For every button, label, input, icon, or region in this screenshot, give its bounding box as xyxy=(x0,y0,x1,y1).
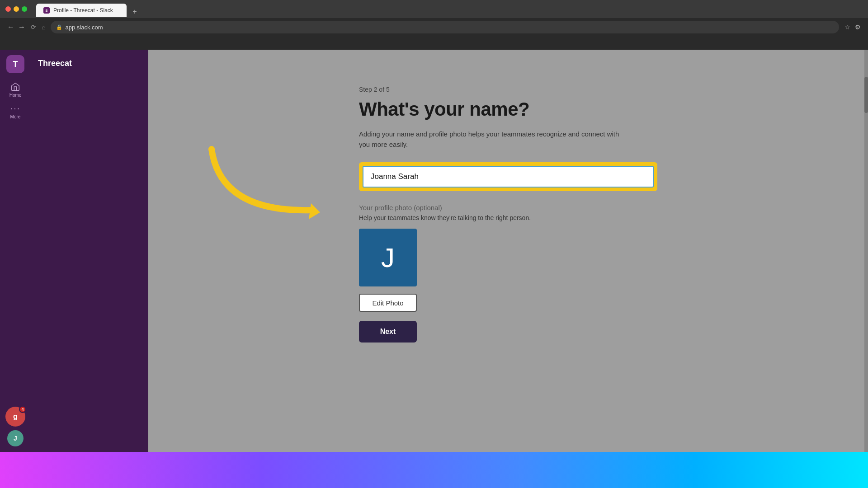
nav-arrows: ← → xyxy=(7,23,25,31)
star-icon[interactable]: ☆ xyxy=(844,23,850,31)
traffic-lights xyxy=(5,6,27,12)
minimize-button[interactable] xyxy=(14,6,19,12)
nav-bar: ← → ⟳ ⌂ 🔒 app.slack.com ☆ ⚙ xyxy=(0,18,868,36)
name-input-wrapper xyxy=(359,162,657,191)
scrollbar[interactable] xyxy=(864,50,868,452)
home-button[interactable]: ⌂ xyxy=(42,23,45,31)
workspace-avatar[interactable]: T xyxy=(6,55,24,73)
next-button[interactable]: Next xyxy=(359,321,417,343)
active-tab[interactable]: S Profile - Threecat - Slack xyxy=(36,4,127,17)
scrollbar-thumb[interactable] xyxy=(864,77,868,113)
address-bar[interactable]: 🔒 app.slack.com xyxy=(51,21,839,33)
home-icon-button[interactable]: Home xyxy=(6,80,24,99)
browser-chrome: S Profile - Threecat - Slack + ← → ⟳ ⌂ 🔒… xyxy=(0,0,868,50)
name-input[interactable] xyxy=(363,166,654,188)
avatar-letter: J xyxy=(381,242,395,273)
sidebar-main: Threecat xyxy=(31,50,148,452)
app-container: T Home ··· More g 4 J Threecat xyxy=(0,50,868,452)
tab-title: Profile - Threecat - Slack xyxy=(53,7,113,14)
form-container: Step 2 of 5 What's your name? Adding you… xyxy=(359,77,657,352)
main-content: Step 2 of 5 What's your name? Adding you… xyxy=(148,50,868,452)
notification-badge-wrapper: g 4 xyxy=(5,407,25,427)
user-avatar[interactable]: J xyxy=(7,430,24,446)
workspace-name: Threecat xyxy=(38,59,141,68)
back-button[interactable]: ← xyxy=(7,23,14,31)
lock-icon: 🔒 xyxy=(56,24,62,30)
page-description: Adding your name and profile photo helps… xyxy=(359,129,630,150)
profile-photo-label: Your profile photo (optional) xyxy=(359,204,657,211)
new-tab-button[interactable]: + xyxy=(128,6,141,17)
forward-button[interactable]: → xyxy=(18,23,25,31)
edit-photo-button[interactable]: Edit Photo xyxy=(359,294,417,312)
slack-favicon: S xyxy=(43,7,50,14)
more-label: More xyxy=(10,114,21,119)
sidebar-bottom: g 4 J xyxy=(5,407,25,446)
extensions-icon[interactable]: ⚙ xyxy=(855,23,861,31)
refresh-button[interactable]: ⟳ xyxy=(31,23,36,31)
home-label: Home xyxy=(9,93,22,98)
notification-count: 4 xyxy=(19,406,26,413)
more-icon-button[interactable]: ··· More xyxy=(6,102,24,120)
maximize-button[interactable] xyxy=(22,6,27,12)
url-text: app.slack.com xyxy=(65,24,103,31)
nav-actions: ☆ ⚙ xyxy=(844,23,861,31)
svg-marker-0 xyxy=(309,203,320,219)
tab-bar: S Profile - Threecat - Slack + xyxy=(31,1,863,17)
arrow-annotation xyxy=(193,140,338,230)
bottom-bar xyxy=(0,452,868,488)
profile-photo-desc: Help your teammates know they're talking… xyxy=(359,214,657,221)
title-bar: S Profile - Threecat - Slack + xyxy=(0,0,868,18)
avatar-box: J xyxy=(359,229,417,286)
sidebar-narrow: T Home ··· More g 4 J xyxy=(0,50,31,452)
page-title: What's your name? xyxy=(359,99,657,120)
step-label: Step 2 of 5 xyxy=(359,86,657,93)
close-button[interactable] xyxy=(5,6,11,12)
